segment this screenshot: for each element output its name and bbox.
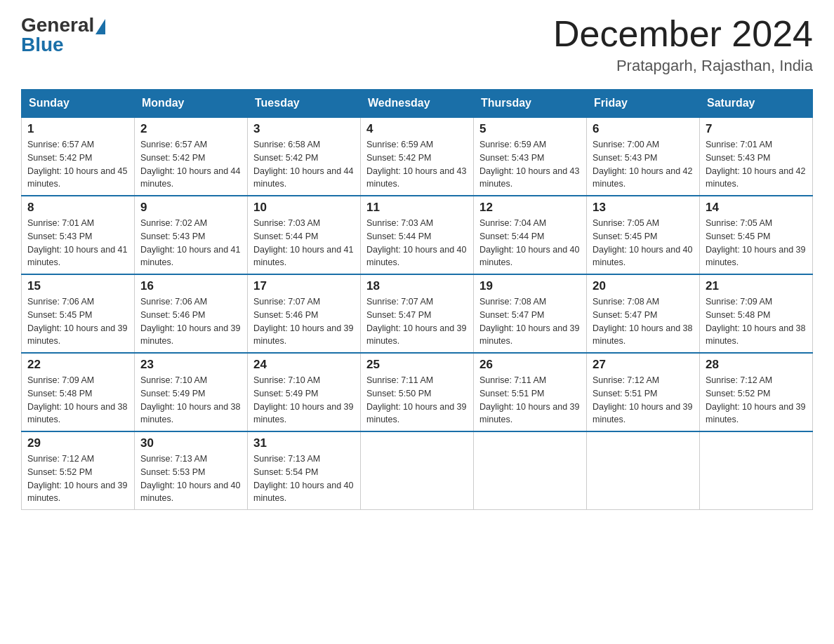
location: Pratapgarh, Rajasthan, India bbox=[553, 57, 813, 75]
sunrise-label: Sunrise: 7:01 AM bbox=[706, 140, 772, 149]
day-number: 10 bbox=[253, 201, 355, 215]
col-header-saturday: Saturday bbox=[700, 90, 813, 118]
daylight-label: Daylight: 10 hours and 39 minutes. bbox=[706, 402, 805, 425]
sunrise-label: Sunrise: 7:11 AM bbox=[366, 375, 433, 385]
daylight-label: Daylight: 10 hours and 45 minutes. bbox=[27, 166, 127, 189]
day-number: 2 bbox=[140, 122, 241, 136]
sunrise-label: Sunrise: 7:01 AM bbox=[27, 218, 94, 228]
day-number: 11 bbox=[366, 201, 468, 215]
sunset-label: Sunset: 5:50 PM bbox=[366, 389, 431, 398]
calendar-day-9: 9 Sunrise: 7:02 AM Sunset: 5:43 PM Dayli… bbox=[135, 196, 248, 274]
calendar-day-7: 7 Sunrise: 7:01 AM Sunset: 5:43 PM Dayli… bbox=[700, 117, 813, 196]
sunset-label: Sunset: 5:46 PM bbox=[253, 310, 318, 320]
day-number: 15 bbox=[27, 279, 128, 293]
sunset-label: Sunset: 5:44 PM bbox=[479, 232, 544, 241]
day-info: Sunrise: 7:01 AM Sunset: 5:43 PM Dayligh… bbox=[706, 138, 807, 191]
calendar-day-21: 21 Sunrise: 7:09 AM Sunset: 5:48 PM Dayl… bbox=[700, 274, 813, 353]
day-info: Sunrise: 7:11 AM Sunset: 5:51 PM Dayligh… bbox=[479, 374, 581, 427]
sunrise-label: Sunrise: 7:13 AM bbox=[140, 454, 207, 464]
calendar-table: SundayMondayTuesdayWednesdayThursdayFrid… bbox=[21, 89, 813, 510]
sunrise-label: Sunrise: 7:09 AM bbox=[27, 375, 94, 385]
calendar-day-24: 24 Sunrise: 7:10 AM Sunset: 5:49 PM Dayl… bbox=[248, 353, 361, 431]
day-number: 3 bbox=[253, 122, 355, 136]
day-info: Sunrise: 7:12 AM Sunset: 5:51 PM Dayligh… bbox=[593, 374, 694, 427]
sunrise-label: Sunrise: 6:58 AM bbox=[253, 140, 320, 149]
col-header-tuesday: Tuesday bbox=[248, 90, 361, 118]
sunset-label: Sunset: 5:43 PM bbox=[479, 153, 544, 163]
sunrise-label: Sunrise: 7:12 AM bbox=[593, 375, 659, 385]
calendar-day-4: 4 Sunrise: 6:59 AM Sunset: 5:42 PM Dayli… bbox=[361, 117, 474, 196]
daylight-label: Daylight: 10 hours and 44 minutes. bbox=[253, 166, 353, 189]
day-info: Sunrise: 7:13 AM Sunset: 5:54 PM Dayligh… bbox=[253, 452, 355, 505]
day-info: Sunrise: 7:03 AM Sunset: 5:44 PM Dayligh… bbox=[253, 217, 355, 269]
day-number: 7 bbox=[706, 122, 807, 136]
day-number: 24 bbox=[253, 358, 355, 372]
daylight-label: Daylight: 10 hours and 41 minutes. bbox=[140, 245, 240, 268]
day-number: 17 bbox=[253, 279, 355, 293]
sunset-label: Sunset: 5:53 PM bbox=[140, 467, 205, 477]
calendar-day-5: 5 Sunrise: 6:59 AM Sunset: 5:43 PM Dayli… bbox=[474, 117, 587, 196]
sunset-label: Sunset: 5:43 PM bbox=[140, 232, 205, 241]
sunset-label: Sunset: 5:43 PM bbox=[706, 153, 770, 163]
sunrise-label: Sunrise: 7:09 AM bbox=[706, 297, 772, 307]
calendar-day-16: 16 Sunrise: 7:06 AM Sunset: 5:46 PM Dayl… bbox=[135, 274, 248, 353]
sunrise-label: Sunrise: 7:00 AM bbox=[593, 140, 659, 149]
day-number: 4 bbox=[366, 122, 468, 136]
col-header-friday: Friday bbox=[587, 90, 700, 118]
day-info: Sunrise: 7:08 AM Sunset: 5:47 PM Dayligh… bbox=[593, 295, 694, 348]
sunrise-label: Sunrise: 7:04 AM bbox=[479, 218, 546, 228]
calendar-week-4: 22 Sunrise: 7:09 AM Sunset: 5:48 PM Dayl… bbox=[22, 353, 813, 431]
calendar-day-8: 8 Sunrise: 7:01 AM Sunset: 5:43 PM Dayli… bbox=[22, 196, 135, 274]
calendar-week-5: 29 Sunrise: 7:12 AM Sunset: 5:52 PM Dayl… bbox=[22, 431, 813, 510]
day-number: 13 bbox=[593, 201, 694, 215]
empty-cell bbox=[700, 431, 813, 510]
daylight-label: Daylight: 10 hours and 39 minutes. bbox=[366, 402, 466, 425]
sunset-label: Sunset: 5:47 PM bbox=[593, 310, 657, 320]
sunset-label: Sunset: 5:52 PM bbox=[27, 467, 92, 477]
col-header-monday: Monday bbox=[135, 90, 248, 118]
day-info: Sunrise: 7:09 AM Sunset: 5:48 PM Dayligh… bbox=[27, 374, 128, 427]
day-info: Sunrise: 7:01 AM Sunset: 5:43 PM Dayligh… bbox=[27, 217, 128, 269]
day-info: Sunrise: 7:06 AM Sunset: 5:45 PM Dayligh… bbox=[27, 295, 128, 348]
calendar-day-3: 3 Sunrise: 6:58 AM Sunset: 5:42 PM Dayli… bbox=[248, 117, 361, 196]
day-number: 22 bbox=[27, 358, 128, 372]
calendar-day-13: 13 Sunrise: 7:05 AM Sunset: 5:45 PM Dayl… bbox=[587, 196, 700, 274]
sunrise-label: Sunrise: 7:10 AM bbox=[253, 375, 320, 385]
sunrise-label: Sunrise: 6:59 AM bbox=[366, 140, 433, 149]
day-number: 30 bbox=[140, 436, 241, 450]
daylight-label: Daylight: 10 hours and 42 minutes. bbox=[593, 166, 692, 189]
calendar-header-row: SundayMondayTuesdayWednesdayThursdayFrid… bbox=[22, 90, 813, 118]
calendar-week-3: 15 Sunrise: 7:06 AM Sunset: 5:45 PM Dayl… bbox=[22, 274, 813, 353]
calendar-day-10: 10 Sunrise: 7:03 AM Sunset: 5:44 PM Dayl… bbox=[248, 196, 361, 274]
daylight-label: Daylight: 10 hours and 39 minutes. bbox=[140, 323, 240, 347]
sunrise-label: Sunrise: 6:57 AM bbox=[140, 140, 207, 149]
sunset-label: Sunset: 5:43 PM bbox=[27, 232, 92, 241]
sunset-label: Sunset: 5:42 PM bbox=[253, 153, 318, 163]
day-info: Sunrise: 7:08 AM Sunset: 5:47 PM Dayligh… bbox=[479, 295, 581, 348]
sunrise-label: Sunrise: 7:10 AM bbox=[140, 375, 207, 385]
calendar-day-27: 27 Sunrise: 7:12 AM Sunset: 5:51 PM Dayl… bbox=[587, 353, 700, 431]
sunrise-label: Sunrise: 6:59 AM bbox=[479, 140, 546, 149]
day-number: 12 bbox=[479, 201, 581, 215]
sunset-label: Sunset: 5:45 PM bbox=[27, 310, 92, 320]
day-number: 19 bbox=[479, 279, 581, 293]
daylight-label: Daylight: 10 hours and 41 minutes. bbox=[253, 245, 353, 268]
day-info: Sunrise: 7:10 AM Sunset: 5:49 PM Dayligh… bbox=[140, 374, 241, 427]
calendar-day-14: 14 Sunrise: 7:05 AM Sunset: 5:45 PM Dayl… bbox=[700, 196, 813, 274]
sunset-label: Sunset: 5:51 PM bbox=[479, 389, 544, 398]
daylight-label: Daylight: 10 hours and 38 minutes. bbox=[27, 402, 127, 425]
day-info: Sunrise: 7:03 AM Sunset: 5:44 PM Dayligh… bbox=[366, 217, 468, 269]
day-number: 14 bbox=[706, 201, 807, 215]
sunrise-label: Sunrise: 7:11 AM bbox=[479, 375, 546, 385]
sunrise-label: Sunrise: 6:57 AM bbox=[27, 140, 94, 149]
day-info: Sunrise: 7:02 AM Sunset: 5:43 PM Dayligh… bbox=[140, 217, 241, 269]
daylight-label: Daylight: 10 hours and 40 minutes. bbox=[366, 245, 466, 268]
daylight-label: Daylight: 10 hours and 43 minutes. bbox=[479, 166, 579, 189]
daylight-label: Daylight: 10 hours and 40 minutes. bbox=[140, 481, 240, 504]
day-number: 6 bbox=[593, 122, 694, 136]
day-number: 27 bbox=[593, 358, 694, 372]
sunrise-label: Sunrise: 7:12 AM bbox=[27, 454, 94, 464]
calendar-week-1: 1 Sunrise: 6:57 AM Sunset: 5:42 PM Dayli… bbox=[22, 117, 813, 196]
daylight-label: Daylight: 10 hours and 38 minutes. bbox=[140, 402, 240, 425]
logo-triangle-icon bbox=[95, 19, 105, 34]
